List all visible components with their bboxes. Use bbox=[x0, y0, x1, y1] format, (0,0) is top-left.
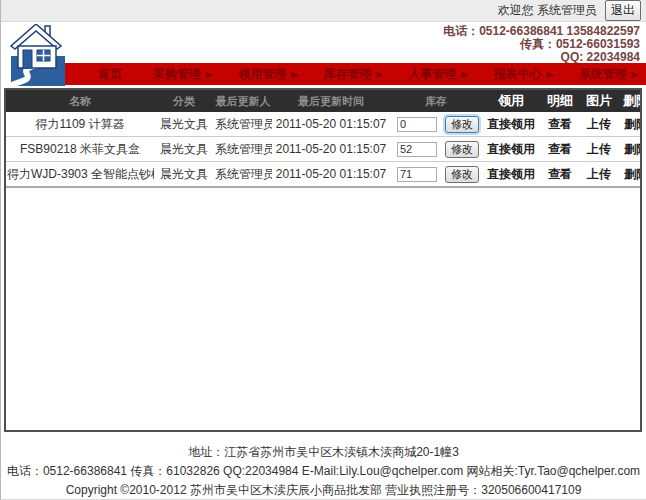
stock-input[interactable] bbox=[397, 167, 437, 182]
nav-label: 首页 bbox=[98, 66, 122, 83]
detail-link[interactable]: 查看 bbox=[540, 112, 580, 137]
use-link[interactable]: 直接领用 bbox=[482, 162, 540, 188]
nav-label: 报表中心 bbox=[494, 66, 542, 83]
delete-link[interactable]: 删除 bbox=[618, 162, 642, 188]
cell-updated: 2011-05-20 01:15:07 bbox=[272, 112, 390, 137]
nav-item-personnel[interactable]: 人事管理 ▶ bbox=[409, 66, 468, 83]
nav-label: 采购管理 bbox=[153, 66, 201, 83]
content-panel: 名称 分类 最后更新人 最后更新时间 库存 领用 明细 图片 删除 得力1109… bbox=[4, 88, 642, 432]
cell-updated: 2011-05-20 01:15:07 bbox=[272, 137, 390, 162]
use-link[interactable]: 直接领用 bbox=[482, 112, 540, 137]
inventory-table: 名称 分类 最后更新人 最后更新时间 库存 领用 明细 图片 删除 得力1109… bbox=[6, 90, 642, 188]
upload-link[interactable]: 上传 bbox=[580, 112, 618, 137]
stock-input[interactable] bbox=[397, 142, 437, 157]
detail-link[interactable]: 查看 bbox=[540, 137, 580, 162]
table-row: FSB90218 米菲文具盒 晨光文具 系统管理员 2011-05-20 01:… bbox=[6, 137, 642, 162]
nav-label: 系统管理 bbox=[579, 66, 627, 83]
modify-button[interactable]: 修改 bbox=[445, 141, 479, 158]
chevron-right-icon: ▶ bbox=[376, 70, 382, 79]
header-delete: 删除 bbox=[618, 90, 642, 112]
top-strip: 欢迎您 系统管理员 退出 bbox=[1, 0, 646, 22]
welcome-text: 欢迎您 系统管理员 bbox=[498, 2, 597, 19]
nav-label: 人事管理 bbox=[409, 66, 457, 83]
table-header-row: 名称 分类 最后更新人 最后更新时间 库存 领用 明细 图片 删除 bbox=[6, 90, 642, 112]
nav-item-home[interactable]: 首页 bbox=[98, 66, 127, 83]
page-footer: 地址：江苏省苏州市吴中区木渎镇木渎商城20-1幢3 电话：0512-663868… bbox=[1, 443, 646, 500]
cell-name: 得力1109 计算器 bbox=[6, 112, 154, 137]
main-nav: 首页 采购管理 ▶ 领用管理 ▶ 库存管理 ▶ 人事管理 ▶ 报表中心 ▶ 系统… bbox=[65, 63, 646, 85]
cell-updated: 2011-05-20 01:15:07 bbox=[272, 162, 390, 188]
cell-category: 晨光文具 bbox=[154, 137, 214, 162]
header-updated-time: 最后更新时间 bbox=[272, 90, 390, 112]
page: 欢迎您 系统管理员 退出 电话：0512-66386841 1358482259… bbox=[0, 0, 646, 500]
header-category: 分类 bbox=[154, 90, 214, 112]
chevron-right-icon: ▶ bbox=[462, 70, 468, 79]
logo bbox=[9, 24, 67, 86]
header-detail: 明细 bbox=[540, 90, 580, 112]
chevron-right-icon: ▶ bbox=[291, 70, 297, 79]
modify-button[interactable]: 修改 bbox=[445, 116, 479, 133]
nav-item-requisition[interactable]: 领用管理 ▶ bbox=[238, 66, 297, 83]
header-stock: 库存 bbox=[390, 90, 482, 112]
logout-button[interactable]: 退出 bbox=[605, 0, 641, 21]
chevron-right-icon: ▶ bbox=[547, 70, 553, 79]
cell-updater: 系统管理员 bbox=[214, 137, 272, 162]
modify-button[interactable]: 修改 bbox=[445, 166, 479, 183]
delete-link[interactable]: 删除 bbox=[618, 137, 642, 162]
detail-link[interactable]: 查看 bbox=[540, 162, 580, 188]
header-image: 图片 bbox=[580, 90, 618, 112]
chevron-right-icon: ▶ bbox=[206, 70, 212, 79]
nav-item-purchase[interactable]: 采购管理 ▶ bbox=[153, 66, 212, 83]
footer-copyright: Copyright ©2010-2012 苏州市吴中区木渎庆辰小商品批发部 营业… bbox=[1, 481, 646, 500]
footer-contact: 电话：0512-66386841 传真：61032826 QQ:22034984… bbox=[1, 462, 646, 481]
table-row: 得力1109 计算器 晨光文具 系统管理员 2011-05-20 01:15:0… bbox=[6, 112, 642, 137]
nav-item-reports[interactable]: 报表中心 ▶ bbox=[494, 66, 553, 83]
cell-name: FSB90218 米菲文具盒 bbox=[6, 137, 154, 162]
header-name: 名称 bbox=[6, 90, 154, 112]
header-use: 领用 bbox=[482, 90, 540, 112]
house-logo-icon bbox=[9, 24, 67, 86]
cell-updater: 系统管理员 bbox=[214, 162, 272, 188]
nav-item-system[interactable]: 系统管理 ▶ bbox=[579, 66, 638, 83]
table-row: 得力WJD-3903 全智能点钞机 晨光文具 系统管理员 2011-05-20 … bbox=[6, 162, 642, 188]
header-updater: 最后更新人 bbox=[214, 90, 272, 112]
cell-name: 得力WJD-3903 全智能点钞机 bbox=[6, 162, 154, 188]
delete-link[interactable]: 删除 bbox=[618, 112, 642, 137]
cell-updater: 系统管理员 bbox=[214, 112, 272, 137]
upload-link[interactable]: 上传 bbox=[580, 162, 618, 188]
upload-link[interactable]: 上传 bbox=[580, 137, 618, 162]
stock-input[interactable] bbox=[397, 117, 437, 132]
nav-item-inventory[interactable]: 库存管理 ▶ bbox=[323, 66, 382, 83]
cell-category: 晨光文具 bbox=[154, 162, 214, 188]
footer-address: 地址：江苏省苏州市吴中区木渎镇木渎商城20-1幢3 bbox=[1, 443, 646, 462]
use-link[interactable]: 直接领用 bbox=[482, 137, 540, 162]
chevron-right-icon: ▶ bbox=[632, 70, 638, 79]
cell-category: 晨光文具 bbox=[154, 112, 214, 137]
nav-label: 领用管理 bbox=[238, 66, 286, 83]
contact-info: 电话：0512-66386841 13584822597 传真：0512-660… bbox=[443, 25, 640, 64]
nav-label: 库存管理 bbox=[323, 66, 371, 83]
